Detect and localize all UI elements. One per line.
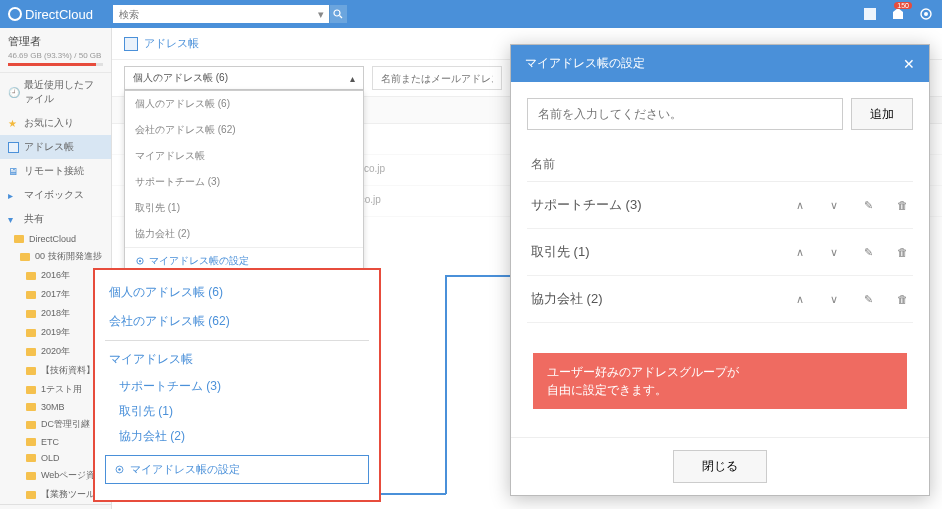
folder-icon: [26, 472, 36, 480]
search-input[interactable]: [113, 5, 313, 23]
settings-icon[interactable]: [918, 6, 934, 22]
modal-title: マイアドレス帳の設定: [525, 55, 645, 72]
add-button[interactable]: 追加: [851, 98, 913, 130]
edit-icon[interactable]: ✎: [861, 246, 875, 259]
folder-icon: [26, 386, 36, 394]
gear-icon: [135, 256, 145, 266]
dropdown-option[interactable]: マイアドレス帳: [125, 143, 363, 169]
app-name: DirectCloud: [25, 7, 93, 22]
dropdown-option[interactable]: 会社のアドレス帳 (62): [125, 117, 363, 143]
folder-icon: [26, 491, 36, 499]
notification-icon[interactable]: 150: [890, 6, 906, 22]
anno-sub-item: 取引先 (1): [95, 399, 379, 424]
folder-icon: [14, 235, 24, 243]
tree-item[interactable]: DirectCloud: [6, 231, 111, 247]
sidebar-item-shared[interactable]: ▾共有: [0, 207, 111, 231]
close-icon[interactable]: ✕: [903, 56, 915, 72]
connector: [445, 275, 510, 277]
anno-sub-item: サポートチーム (3): [95, 374, 379, 399]
folder-icon: [26, 329, 36, 337]
selector-menu: 個人のアドレス帳 (6)会社のアドレス帳 (62)マイアドレス帳サポートチーム …: [124, 90, 364, 275]
top-bar: DirectCloud ▾ 150: [0, 0, 942, 28]
annotation-panel: 個人のアドレス帳 (6) 会社のアドレス帳 (62) マイアドレス帳 サポートチ…: [93, 268, 381, 502]
folder-icon: [26, 454, 36, 462]
svg-point-0: [334, 10, 340, 16]
addressbook-selector[interactable]: 個人のアドレス帳 (6) ▴ 個人のアドレス帳 (6)会社のアドレス帳 (62)…: [124, 66, 364, 90]
close-button[interactable]: 閉じる: [673, 450, 767, 483]
move-down-icon[interactable]: ∨: [827, 246, 841, 259]
column-label: 名前: [527, 148, 913, 182]
folder-icon: [26, 367, 36, 375]
addressbook-icon: [124, 37, 138, 51]
anno-item: 個人のアドレス帳 (6): [95, 278, 379, 307]
gear-icon: [114, 464, 125, 475]
folder-icon: [26, 348, 36, 356]
dropdown-option[interactable]: 協力会社 (2): [125, 221, 363, 247]
move-down-icon[interactable]: ∨: [827, 293, 841, 306]
dropdown-option[interactable]: 個人のアドレス帳 (6): [125, 91, 363, 117]
dropdown-option[interactable]: サポートチーム (3): [125, 169, 363, 195]
chevron-down-icon: ▴: [350, 73, 355, 84]
anno-config: マイアドレス帳の設定: [105, 455, 369, 484]
search-dropdown-icon[interactable]: ▾: [313, 5, 329, 23]
svg-line-1: [340, 16, 343, 19]
sidebar-item-remote[interactable]: 🖥リモート接続: [0, 159, 111, 183]
svg-point-8: [118, 468, 120, 470]
global-search: ▾: [113, 5, 347, 23]
sidebar-footer[interactable]: 使用状況: [0, 504, 111, 509]
move-up-icon[interactable]: ∧: [793, 293, 807, 306]
user-role: 管理者: [8, 34, 103, 49]
sidebar-item-recent[interactable]: 🕘最近使用したファイル: [0, 73, 111, 111]
app-icon[interactable]: [862, 6, 878, 22]
folder-icon: [20, 253, 30, 261]
connector: [445, 275, 447, 494]
svg-point-6: [139, 260, 141, 262]
anno-sub-item: 協力会社 (2): [95, 424, 379, 449]
delete-icon[interactable]: 🗑: [895, 246, 909, 259]
quota-bar: [8, 63, 103, 66]
sidebar-item-mybox[interactable]: ▸マイボックス: [0, 183, 111, 207]
svg-point-4: [924, 12, 928, 16]
folder-icon: [26, 403, 36, 411]
sidebar-item-favorites[interactable]: ★お気に入り: [0, 111, 111, 135]
anno-my-label: マイアドレス帳: [95, 345, 379, 374]
group-row: 取引先 (1)∧∨✎🗑: [527, 229, 913, 276]
move-up-icon[interactable]: ∧: [793, 199, 807, 212]
sidebar-item-addressbook[interactable]: アドレス帳: [0, 135, 111, 159]
folder-icon: [26, 272, 36, 280]
modal-header: マイアドレス帳の設定 ✕: [511, 45, 929, 82]
svg-rect-2: [864, 8, 876, 20]
group-name-input[interactable]: [527, 98, 843, 130]
dropdown-option[interactable]: 取引先 (1): [125, 195, 363, 221]
breadcrumb-label: アドレス帳: [144, 36, 199, 51]
folder-icon: [26, 291, 36, 299]
app-logo: DirectCloud: [8, 7, 93, 22]
edit-icon[interactable]: ✎: [861, 293, 875, 306]
storage-quota: 46.69 GB (93.3%) / 50 GB: [8, 51, 103, 60]
modal-note: ユーザー好みのアドレスグループが 自由に設定できます。: [533, 353, 907, 409]
folder-icon: [26, 310, 36, 318]
logo-icon: [8, 7, 22, 21]
settings-modal: マイアドレス帳の設定 ✕ 追加 名前 サポートチーム (3)∧∨✎🗑取引先 (1…: [510, 44, 930, 496]
tree-item[interactable]: 00 技術開発進捗: [6, 247, 111, 266]
search-icon: [333, 9, 343, 19]
search-button[interactable]: [329, 5, 347, 23]
move-up-icon[interactable]: ∧: [793, 246, 807, 259]
group-row: 協力会社 (2)∧∨✎🗑: [527, 276, 913, 323]
folder-icon: [26, 421, 36, 429]
anno-item: 会社のアドレス帳 (62): [95, 307, 379, 336]
delete-icon[interactable]: 🗑: [895, 293, 909, 306]
folder-icon: [26, 438, 36, 446]
addressbook-icon: [8, 142, 19, 153]
edit-icon[interactable]: ✎: [861, 199, 875, 212]
delete-icon[interactable]: 🗑: [895, 199, 909, 212]
group-row: サポートチーム (3)∧∨✎🗑: [527, 182, 913, 229]
connector: [381, 493, 446, 495]
move-down-icon[interactable]: ∨: [827, 199, 841, 212]
contact-search-input[interactable]: [372, 66, 502, 90]
sidebar-user: 管理者 46.69 GB (93.3%) / 50 GB: [0, 28, 111, 73]
